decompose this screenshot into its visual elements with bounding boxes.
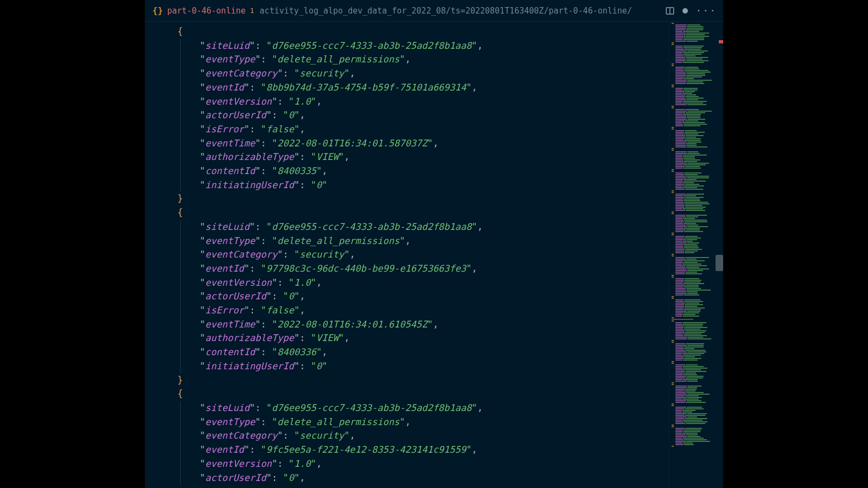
minimap[interactable] bbox=[669, 22, 723, 488]
code-editor[interactable]: { "siteLuid": "d76ee955-ccc7-4333-ab3b-2… bbox=[145, 22, 669, 488]
breadcrumb[interactable]: activity_log_alpo_dev_data_for_2022_08/t… bbox=[260, 6, 666, 16]
code-line[interactable]: "eventVersion": "1.0", bbox=[145, 457, 669, 471]
minimap-error-marker bbox=[719, 40, 723, 43]
code-line[interactable]: "eventTime": "2022-08-01T16:34:01.587037… bbox=[145, 137, 669, 151]
code-line[interactable]: } bbox=[145, 374, 669, 388]
code-line[interactable]: "eventVersion": "1.0", bbox=[145, 276, 669, 290]
editor-tab[interactable]: {} part-0-46-online 1 bbox=[149, 0, 258, 21]
code-line[interactable]: "eventId": "97798c3c-96dc-440b-be99-e167… bbox=[145, 262, 669, 276]
code-line[interactable]: "eventCategory": "security", bbox=[145, 67, 669, 81]
code-line[interactable]: "contentId": "8400335", bbox=[145, 164, 669, 178]
code-line[interactable]: "eventVersion": "1.0", bbox=[145, 95, 669, 109]
editor-frame: {} part-0-46-online 1 activity_log_alpo_… bbox=[145, 0, 723, 488]
code-line[interactable]: "initiatingUserId": "0" bbox=[145, 359, 669, 374]
code-line[interactable]: "isError": "false", bbox=[145, 123, 669, 137]
split-editor-icon[interactable] bbox=[665, 6, 675, 16]
code-line[interactable]: "actorUserId": "0", bbox=[145, 108, 669, 123]
more-actions-icon[interactable]: ··· bbox=[695, 5, 717, 16]
code-line[interactable]: "eventType": "delete_all_permissions", bbox=[145, 415, 669, 429]
code-line[interactable]: } bbox=[145, 192, 669, 206]
code-line[interactable]: { bbox=[145, 387, 669, 401]
braces-icon: {} bbox=[152, 5, 163, 16]
code-line[interactable]: "siteLuid": "d76ee955-ccc7-4333-ab3b-25a… bbox=[145, 401, 669, 415]
tab-bar: {} part-0-46-online 1 activity_log_alpo_… bbox=[145, 0, 723, 22]
tab-actions: ··· bbox=[665, 5, 719, 16]
code-line[interactable]: "siteLuid": "d76ee955-ccc7-4333-ab3b-25a… bbox=[145, 39, 669, 53]
code-line[interactable]: "isError": "false", bbox=[145, 304, 669, 318]
code-line[interactable]: "authorizableType": "VIEW", bbox=[145, 150, 669, 164]
tab-problems-badge: 1 bbox=[250, 7, 254, 15]
code-line[interactable]: "eventType": "delete_all_permissions", bbox=[145, 234, 669, 248]
code-line[interactable]: "actorUserId": "0", bbox=[145, 290, 669, 304]
code-line[interactable]: "eventType": "delete_all_permissions", bbox=[145, 53, 669, 67]
minimap-content bbox=[672, 23, 718, 488]
code-line[interactable]: "siteLuid": "d76ee955-ccc7-4333-ab3b-25a… bbox=[145, 220, 669, 234]
tab-title: part-0-46-online bbox=[167, 6, 246, 16]
code-line[interactable]: "contentId": "8400336", bbox=[145, 345, 669, 359]
code-line[interactable]: { bbox=[145, 25, 669, 39]
code-line[interactable]: "eventCategory": "security", bbox=[145, 429, 669, 443]
minimap-viewport[interactable] bbox=[716, 255, 723, 271]
code-line[interactable]: { bbox=[145, 206, 669, 220]
code-line[interactable]: "eventId": "9fc5ee5a-f221-4e12-8353-4231… bbox=[145, 443, 669, 457]
code-line[interactable]: "eventId": "8bb9b74d-37a5-4754-b59f-7510… bbox=[145, 81, 669, 95]
code-line[interactable]: "initiatingUserId": "0" bbox=[145, 178, 669, 192]
unsaved-indicator-icon[interactable] bbox=[682, 8, 688, 14]
code-line[interactable]: "eventTime": "2022-08-01T16:34:01.610545… bbox=[145, 318, 669, 332]
code-line[interactable]: "authorizableType": "VIEW", bbox=[145, 331, 669, 345]
editor-area: { "siteLuid": "d76ee955-ccc7-4333-ab3b-2… bbox=[145, 22, 723, 488]
code-line[interactable]: "eventCategory": "security", bbox=[145, 248, 669, 262]
code-line[interactable]: "actorUserId": "0", bbox=[145, 471, 669, 485]
